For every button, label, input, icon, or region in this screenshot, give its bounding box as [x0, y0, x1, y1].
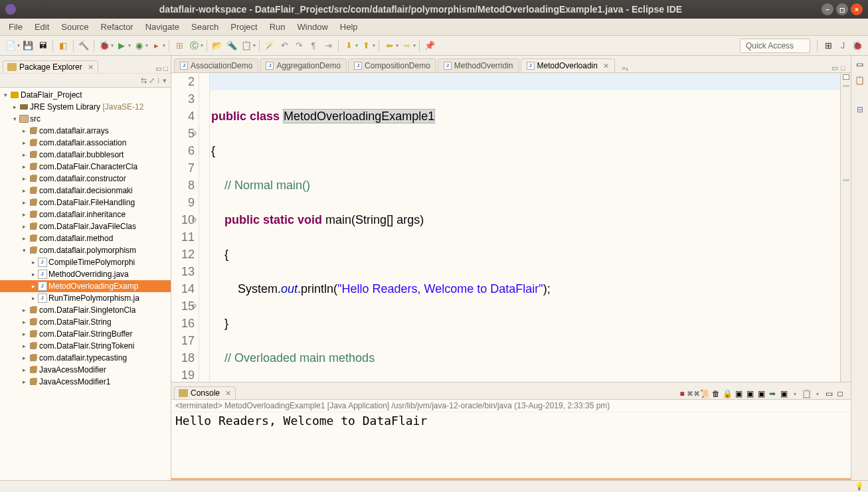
undo-button[interactable]: ↶	[278, 40, 290, 52]
format-button[interactable]: ¶	[307, 40, 319, 52]
run-button[interactable]: ▶	[116, 40, 128, 52]
new-button[interactable]: 📄	[5, 40, 17, 52]
pin-console-icon[interactable]: ▣	[744, 388, 755, 399]
open-type-button[interactable]: 📂	[211, 40, 223, 52]
package-explorer-toolbar: ⇆ ⤢ ⫶ ▾	[0, 73, 171, 88]
pkg-node: ▸JavaAcessModifier	[0, 364, 171, 376]
debug-perspective-button[interactable]: 🐞	[851, 40, 863, 52]
link-editor-icon[interactable]: ⤢	[149, 76, 155, 85]
overview-ruler[interactable]	[840, 73, 851, 382]
coverage-button[interactable]: ◉	[133, 40, 145, 52]
clear-icon[interactable]: 🗑	[711, 388, 721, 399]
marker-strip	[199, 73, 210, 382]
save-all-button[interactable]: 🖬	[37, 40, 48, 52]
package-explorer-tree[interactable]: ▾DataFlair_Project ▸JRE System Library […	[0, 88, 171, 480]
menu-navigate[interactable]: Navigate	[139, 22, 185, 32]
toggle-button[interactable]: ◧	[57, 40, 69, 52]
close-icon[interactable]: ✕	[88, 63, 94, 72]
menu-source[interactable]: Source	[55, 22, 94, 32]
pkg-node: ▸com.DataFlair.StringTokeni	[0, 340, 171, 352]
menu-run[interactable]: Run	[264, 22, 292, 32]
console-output[interactable]: Hello Readers, Welcome to DataFlair	[171, 412, 851, 480]
editor-tab[interactable]: JAggregationDemo	[260, 58, 347, 72]
search-button[interactable]: 🔦	[226, 40, 238, 52]
console-label: Console	[191, 388, 220, 398]
maximize-icon[interactable]: □	[841, 64, 845, 72]
filter-icon[interactable]: ⫶	[157, 76, 161, 84]
maximize-icon[interactable]: □	[835, 388, 845, 399]
console-tab[interactable]: Console ✕	[174, 386, 236, 399]
java-file-node: ▸MethodOverriding.java	[0, 268, 171, 280]
next-ann-button[interactable]: ⬇	[343, 40, 355, 52]
console-pane: Console ✕ ■ ✖✖ 📜 🗑 🔒 ▣ ▣ ▣ ➡ ▣▾ 📋▾ ▭ □	[171, 382, 851, 480]
minimize-icon[interactable]: ▭	[831, 64, 838, 72]
scroll-lock-icon[interactable]: 🔒	[722, 388, 733, 399]
java-perspective-button[interactable]: J	[837, 40, 849, 52]
menu-window[interactable]: Window	[292, 22, 334, 32]
close-icon[interactable]: ✕	[225, 389, 231, 398]
debug-button[interactable]: 🐞	[98, 40, 110, 52]
editor-tab-active[interactable]: JMetodOverloadin✕	[521, 58, 615, 72]
code-area[interactable]: public class MetodOverloadingExample1 { …	[210, 73, 840, 382]
java-file-node: ▸CompileTimePolymorphi	[0, 256, 171, 268]
minimize-button[interactable]: –	[822, 3, 833, 15]
task-list-icon[interactable]: 📋	[854, 74, 866, 86]
outline-icon[interactable]: ⊟	[854, 104, 866, 116]
menu-help[interactable]: Help	[334, 22, 364, 32]
view-menu-icon[interactable]: ▾	[163, 76, 167, 85]
minimize-icon[interactable]: ▭	[824, 388, 834, 399]
console-dropdown-icon[interactable]: 📋	[801, 388, 812, 399]
editor-tab[interactable]: JCompositionDemo	[348, 58, 436, 72]
pkg-node: ▸com.DataFlair.SingletonCla	[0, 304, 171, 316]
code-editor[interactable]: 234 567 8910 111213 141516 171819 public…	[171, 73, 851, 382]
build-button[interactable]: 🔨	[78, 40, 90, 52]
tip-icon[interactable]: 💡	[855, 482, 864, 491]
menu-project[interactable]: Project	[224, 22, 263, 32]
src-node: ▾src	[0, 113, 171, 125]
menu-file[interactable]: File	[3, 22, 29, 32]
prev-ann-button[interactable]: ⬆	[360, 40, 372, 52]
redo-button[interactable]: ↷	[293, 40, 305, 52]
package-explorer-tab[interactable]: Package Explorer ✕	[3, 60, 98, 73]
wand-button[interactable]: 🪄	[264, 40, 276, 52]
indent-button[interactable]: ⇥	[322, 40, 334, 52]
close-icon[interactable]: ✕	[603, 62, 609, 70]
back-button[interactable]: ⬅	[383, 40, 395, 52]
pkg-node: ▸com.DataFlair.String	[0, 316, 171, 328]
pkg-node: ▸com.dataflair.association	[0, 137, 171, 149]
external-tools-button[interactable]: ▸	[150, 40, 162, 52]
pin-button[interactable]: 📌	[424, 40, 436, 52]
display-icon[interactable]: ▣	[756, 388, 766, 399]
open-console-icon[interactable]: ➡	[767, 388, 778, 399]
collapse-all-icon[interactable]: ⇆	[141, 76, 147, 85]
terminate-icon[interactable]: ■	[677, 388, 687, 399]
window-title: dataflair-workspace - DataFlair_Project/…	[20, 4, 822, 15]
editor-tab[interactable]: JMethodOverridin	[438, 58, 519, 72]
package-explorer-pane: Package Explorer ✕ ▭ □ ⇆ ⤢ ⫶ ▾ ▾DataFlai…	[0, 56, 171, 480]
restore-icon[interactable]: ▭	[854, 58, 866, 70]
pkg-node: ▸com.DataFlair.JavaFileClas	[0, 220, 171, 232]
maximize-button[interactable]: ◻	[836, 3, 848, 15]
java-file-node-selected: ▸MetodOverloadingExamp	[0, 280, 171, 292]
close-button[interactable]: ×	[851, 3, 863, 15]
tab-overflow[interactable]: »₁	[619, 64, 631, 72]
pkg-node: ▸com.dataflair.arrays	[0, 125, 171, 137]
quick-access-input[interactable]: Quick Access	[740, 39, 810, 53]
remove-all-icon[interactable]: 📜	[699, 388, 710, 399]
maximize-icon[interactable]: □	[163, 64, 168, 73]
open-perspective-button[interactable]: ⊞	[822, 40, 834, 52]
show-console-icon[interactable]: ▣	[733, 388, 744, 399]
menu-edit[interactable]: Edit	[29, 22, 55, 32]
console-icon	[179, 389, 188, 397]
new-class-button[interactable]: Ⓒ	[188, 40, 200, 52]
menu-search[interactable]: Search	[185, 22, 224, 32]
editor-tab[interactable]: JAssociationDemo	[174, 58, 258, 72]
minimize-icon[interactable]: ▭	[155, 64, 162, 73]
remove-icon[interactable]: ✖✖	[688, 388, 699, 399]
forward-button[interactable]: ➡	[400, 40, 412, 52]
menu-refactor[interactable]: Refactor	[95, 22, 139, 32]
new-console-icon[interactable]: ▣	[778, 388, 789, 399]
save-button[interactable]: 💾	[22, 40, 34, 52]
task-button[interactable]: 📋	[240, 40, 252, 52]
new-package-button[interactable]: ⊞	[173, 40, 185, 52]
